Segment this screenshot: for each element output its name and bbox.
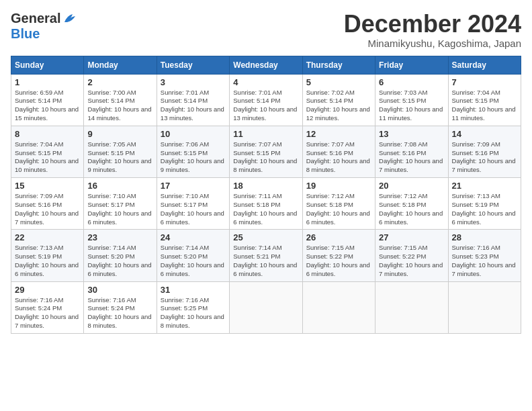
day-number: 29: [15, 285, 80, 295]
day-info: Sunrise: 7:16 AMSunset: 5:24 PMDaylight:…: [87, 296, 152, 330]
calendar-cell: 6Sunrise: 7:03 AMSunset: 5:15 PMDaylight…: [375, 74, 448, 126]
day-info: Sunrise: 7:15 AMSunset: 5:22 PMDaylight:…: [379, 244, 444, 278]
calendar-table: Sunday Monday Tuesday Wednesday Thursday…: [11, 56, 521, 334]
day-info: Sunrise: 7:12 AMSunset: 5:18 PMDaylight:…: [379, 192, 444, 226]
location: Minamikyushu, Kagoshima, Japan: [344, 38, 521, 49]
day-info: Sunrise: 7:10 AMSunset: 5:17 PMDaylight:…: [161, 192, 226, 226]
calendar-cell: 13Sunrise: 7:08 AMSunset: 5:16 PMDayligh…: [375, 126, 448, 177]
day-info: Sunrise: 7:04 AMSunset: 5:15 PMDaylight:…: [15, 140, 80, 175]
day-info: Sunrise: 7:09 AMSunset: 5:16 PMDaylight:…: [15, 192, 80, 226]
calendar-cell: 27Sunrise: 7:15 AMSunset: 5:22 PMDayligh…: [375, 230, 448, 281]
day-number: 12: [306, 129, 371, 139]
col-sunday: Sunday: [11, 56, 84, 74]
calendar-cell: 26Sunrise: 7:15 AMSunset: 5:22 PMDayligh…: [302, 230, 375, 281]
day-number: 22: [15, 232, 80, 242]
day-number: 21: [452, 181, 517, 191]
day-info: Sunrise: 7:15 AMSunset: 5:22 PMDaylight:…: [306, 244, 371, 278]
day-number: 31: [161, 285, 226, 295]
calendar-cell: [302, 281, 375, 333]
day-number: 9: [87, 129, 152, 139]
calendar-cell: 31Sunrise: 7:16 AMSunset: 5:25 PMDayligh…: [157, 281, 229, 333]
calendar-cell: 20Sunrise: 7:12 AMSunset: 5:18 PMDayligh…: [375, 178, 448, 230]
day-number: 16: [87, 181, 152, 191]
calendar-cell: 18Sunrise: 7:11 AMSunset: 5:18 PMDayligh…: [230, 178, 302, 230]
page-header: General Blue December 2024 Minamikyushu,…: [11, 11, 521, 49]
calendar-cell: [230, 281, 302, 333]
day-info: Sunrise: 7:03 AMSunset: 5:15 PMDaylight:…: [379, 89, 444, 123]
day-number: 1: [15, 77, 80, 87]
day-number: 27: [379, 232, 444, 242]
calendar-cell: 14Sunrise: 7:09 AMSunset: 5:16 PMDayligh…: [448, 126, 521, 177]
col-tuesday: Tuesday: [157, 56, 229, 74]
day-info: Sunrise: 7:04 AMSunset: 5:15 PMDaylight:…: [452, 89, 517, 123]
day-info: Sunrise: 7:10 AMSunset: 5:17 PMDaylight:…: [87, 192, 152, 226]
day-info: Sunrise: 7:16 AMSunset: 5:24 PMDaylight:…: [15, 296, 80, 330]
day-info: Sunrise: 7:09 AMSunset: 5:16 PMDaylight:…: [452, 140, 517, 175]
day-info: Sunrise: 7:11 AMSunset: 5:18 PMDaylight:…: [233, 192, 298, 226]
day-info: Sunrise: 7:13 AMSunset: 5:19 PMDaylight:…: [15, 244, 80, 278]
col-thursday: Thursday: [302, 56, 375, 74]
calendar-cell: [375, 281, 448, 333]
day-info: Sunrise: 7:01 AMSunset: 5:14 PMDaylight:…: [233, 89, 298, 123]
day-number: 19: [306, 181, 371, 191]
day-number: 6: [379, 77, 444, 87]
day-info: Sunrise: 7:08 AMSunset: 5:16 PMDaylight:…: [379, 140, 444, 175]
day-number: 7: [452, 77, 517, 87]
day-number: 26: [306, 232, 371, 242]
title-area: December 2024 Minamikyushu, Kagoshima, J…: [344, 11, 521, 49]
calendar-cell: 24Sunrise: 7:14 AMSunset: 5:20 PMDayligh…: [157, 230, 229, 281]
day-info: Sunrise: 7:02 AMSunset: 5:14 PMDaylight:…: [306, 89, 371, 123]
day-info: Sunrise: 7:16 AMSunset: 5:25 PMDaylight:…: [161, 296, 226, 330]
calendar-cell: 16Sunrise: 7:10 AMSunset: 5:17 PMDayligh…: [84, 178, 157, 230]
day-info: Sunrise: 7:14 AMSunset: 5:20 PMDaylight:…: [161, 244, 226, 278]
day-info: Sunrise: 7:14 AMSunset: 5:21 PMDaylight:…: [233, 244, 298, 278]
day-number: 25: [233, 232, 298, 242]
calendar-week-5: 29Sunrise: 7:16 AMSunset: 5:24 PMDayligh…: [11, 281, 521, 333]
calendar-week-2: 8Sunrise: 7:04 AMSunset: 5:15 PMDaylight…: [11, 126, 521, 177]
day-number: 30: [87, 285, 152, 295]
day-number: 11: [233, 129, 298, 139]
day-number: 15: [15, 181, 80, 191]
calendar-cell: 17Sunrise: 7:10 AMSunset: 5:17 PMDayligh…: [157, 178, 229, 230]
day-number: 10: [161, 129, 226, 139]
day-number: 8: [15, 129, 80, 139]
calendar-cell: [448, 281, 521, 333]
day-number: 2: [87, 77, 152, 87]
calendar-week-3: 15Sunrise: 7:09 AMSunset: 5:16 PMDayligh…: [11, 178, 521, 230]
day-number: 13: [379, 129, 444, 139]
day-number: 5: [306, 77, 371, 87]
calendar-cell: 25Sunrise: 7:14 AMSunset: 5:21 PMDayligh…: [230, 230, 302, 281]
day-info: Sunrise: 7:13 AMSunset: 5:19 PMDaylight:…: [452, 192, 517, 226]
calendar-week-4: 22Sunrise: 7:13 AMSunset: 5:19 PMDayligh…: [11, 230, 521, 281]
day-info: Sunrise: 7:16 AMSunset: 5:23 PMDaylight:…: [452, 244, 517, 278]
calendar-cell: 29Sunrise: 7:16 AMSunset: 5:24 PMDayligh…: [11, 281, 84, 333]
calendar-cell: 7Sunrise: 7:04 AMSunset: 5:15 PMDaylight…: [448, 74, 521, 126]
day-info: Sunrise: 6:59 AMSunset: 5:14 PMDaylight:…: [15, 89, 80, 123]
calendar-cell: 9Sunrise: 7:05 AMSunset: 5:15 PMDaylight…: [84, 126, 157, 177]
calendar-cell: 22Sunrise: 7:13 AMSunset: 5:19 PMDayligh…: [11, 230, 84, 281]
day-number: 17: [161, 181, 226, 191]
header-row: Sunday Monday Tuesday Wednesday Thursday…: [11, 56, 521, 74]
day-info: Sunrise: 7:12 AMSunset: 5:18 PMDaylight:…: [306, 192, 371, 226]
day-info: Sunrise: 7:07 AMSunset: 5:15 PMDaylight:…: [233, 140, 298, 175]
month-title: December 2024: [344, 11, 521, 38]
day-info: Sunrise: 7:06 AMSunset: 5:15 PMDaylight:…: [161, 140, 226, 175]
logo: General Blue: [11, 11, 77, 42]
calendar-cell: 3Sunrise: 7:01 AMSunset: 5:14 PMDaylight…: [157, 74, 229, 126]
day-number: 4: [233, 77, 298, 87]
day-info: Sunrise: 7:05 AMSunset: 5:15 PMDaylight:…: [87, 140, 152, 175]
calendar-cell: 10Sunrise: 7:06 AMSunset: 5:15 PMDayligh…: [157, 126, 229, 177]
day-number: 23: [87, 232, 152, 242]
calendar-cell: 19Sunrise: 7:12 AMSunset: 5:18 PMDayligh…: [302, 178, 375, 230]
day-number: 24: [161, 232, 226, 242]
calendar-cell: 15Sunrise: 7:09 AMSunset: 5:16 PMDayligh…: [11, 178, 84, 230]
bird-icon: [62, 13, 77, 25]
col-friday: Friday: [375, 56, 448, 74]
day-number: 3: [161, 77, 226, 87]
calendar-cell: 2Sunrise: 7:00 AMSunset: 5:14 PMDaylight…: [84, 74, 157, 126]
day-number: 28: [452, 232, 517, 242]
calendar-cell: 12Sunrise: 7:07 AMSunset: 5:16 PMDayligh…: [302, 126, 375, 177]
col-wednesday: Wednesday: [230, 56, 302, 74]
day-info: Sunrise: 7:00 AMSunset: 5:14 PMDaylight:…: [87, 89, 152, 123]
calendar-cell: 5Sunrise: 7:02 AMSunset: 5:14 PMDaylight…: [302, 74, 375, 126]
